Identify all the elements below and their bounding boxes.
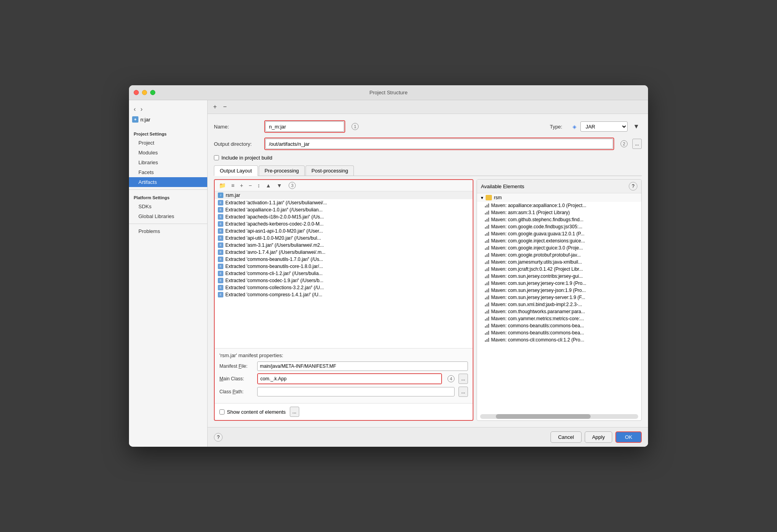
right-list-item[interactable]: Maven: com.github.stephenc.findbugs:find… <box>477 216 641 223</box>
right-item-label-19: Maven: commons-cli:commons-cli:1.2 (Pro.… <box>491 337 584 343</box>
artifact-tree-label: n:jar <box>140 117 150 123</box>
show-content-checkbox[interactable] <box>219 409 225 415</box>
include-build-checkbox[interactable] <box>214 155 219 160</box>
maven-icon-4 <box>485 232 489 236</box>
list-item[interactable]: E Extracted 'aopalliance-1.0.jar/' (/Use… <box>215 206 473 213</box>
ok-button[interactable]: OK <box>615 431 642 443</box>
right-list-item[interactable]: Maven: com.sun.jersey:jersey-core:1.9 (P… <box>477 280 641 287</box>
tabs-row: Output Layout Pre-processing Post-proces… <box>214 165 642 176</box>
tab-pre-processing[interactable]: Pre-processing <box>259 165 305 176</box>
list-item[interactable]: E Extracted 'apacheds-kerberos-codec-2.0… <box>215 220 473 227</box>
right-list-item[interactable]: Maven: com.google.code.findbugs:jsr305:.… <box>477 223 641 230</box>
list-item[interactable]: E Extracted 'commons-collections-3.2.2.j… <box>215 284 473 291</box>
right-list-item[interactable]: Maven: com.sun.jersey:jersey-json:1.9 (P… <box>477 287 641 294</box>
list-item[interactable]: E Extracted 'api-util-1.0.0-M20.jar/' (/… <box>215 235 473 242</box>
folder-icon-button[interactable]: 📁 <box>217 182 228 189</box>
sidebar-item-modules[interactable]: Modules <box>129 148 207 158</box>
artifact-root-item[interactable]: J rsm.jar <box>215 191 473 199</box>
step-badge-3: 3 <box>289 182 296 189</box>
right-list-item[interactable]: Maven: com.google.inject.extensions:guic… <box>477 237 641 244</box>
maximize-button[interactable] <box>150 90 155 95</box>
sidebar-item-project[interactable]: Project <box>129 138 207 148</box>
list-item[interactable]: E Extracted 'commons-beanutils-1.7.0.jar… <box>215 256 473 263</box>
remove-item-button[interactable]: − <box>247 182 254 189</box>
list-item[interactable]: E Extracted 'activation-1.1.jar/' (/User… <box>215 199 473 206</box>
right-list-item[interactable]: Maven: com.sun.jersey:jersey-server:1.9 … <box>477 294 641 301</box>
tab-post-processing[interactable]: Post-processing <box>306 165 354 176</box>
extracted-item-12: Extracted 'commons-collections-3.2.2.jar… <box>225 285 324 290</box>
right-list-item[interactable]: Maven: com.jamesmurty.utils:java-xmlbuil… <box>477 259 641 266</box>
output-dir-browse-button[interactable]: ... <box>632 139 642 149</box>
main-class-input[interactable] <box>258 374 441 383</box>
right-list-item[interactable]: Maven: com.sun.xml.bind:jaxb-impl:2.2.3-… <box>477 301 641 308</box>
remove-artifact-button[interactable]: − <box>221 103 229 111</box>
right-list-item[interactable]: Maven: com.google.inject:guice:3.0 (Proj… <box>477 244 641 251</box>
sidebar-item-artifacts[interactable]: Artifacts <box>129 177 207 187</box>
right-list-item[interactable]: Maven: com.google.protobuf:protobuf-jav.… <box>477 251 641 259</box>
artifact-tree-item[interactable]: ◈ n:jar <box>129 115 207 124</box>
right-list-item[interactable]: Maven: com.sun.jersey.contribs:jersey-gu… <box>477 273 641 280</box>
maven-icon-6 <box>485 246 489 250</box>
list-item[interactable]: E Extracted 'api-asn1-api-1.0.0-M20.jar/… <box>215 227 473 235</box>
sort-button[interactable]: ↕ <box>256 182 262 189</box>
root-jar-icon: J <box>218 193 223 198</box>
list-item[interactable]: E Extracted 'commons-codec-1.9.jar/' (/U… <box>215 277 473 284</box>
move-up-button[interactable]: ▲ <box>264 182 273 189</box>
maven-icon-14 <box>485 303 489 306</box>
sidebar-item-libraries[interactable]: Libraries <box>129 158 207 167</box>
manifest-section: 'rsm.jar' manifest properties: Manifest … <box>215 348 473 403</box>
manifest-file-input[interactable] <box>257 361 468 371</box>
rsm-section-header[interactable]: ▼ rsm <box>477 193 641 202</box>
add-item-button[interactable]: + <box>238 182 245 189</box>
class-path-input[interactable] <box>257 387 455 396</box>
sidebar-item-sdks[interactable]: SDKs <box>129 202 207 211</box>
extracted-item-8: Extracted 'commons-beanutils-1.7.0.jar/'… <box>225 257 323 262</box>
list-item[interactable]: E Extracted 'commons-cli-1.2.jar/' (/Use… <box>215 270 473 277</box>
sidebar-item-global-libraries[interactable]: Global Libraries <box>129 211 207 221</box>
back-button[interactable]: ‹ <box>132 105 137 114</box>
class-path-browse-button[interactable]: ... <box>458 387 468 397</box>
list-item[interactable]: E Extracted 'asm-3.1.jar/' (/Users/bulia… <box>215 242 473 249</box>
right-list-item[interactable]: Maven: com.thoughtworks.paranamer:para..… <box>477 308 641 315</box>
bottom-bar: ? Cancel Apply OK <box>208 427 648 447</box>
right-list-item[interactable]: Maven: asm:asm:3.1 (Project Library) <box>477 209 641 216</box>
tab-output-layout[interactable]: Output Layout <box>214 165 258 176</box>
list-item[interactable]: E Extracted 'commons-compress-1.4.1.jar/… <box>215 291 473 298</box>
move-down-button[interactable]: ▼ <box>274 182 284 189</box>
extract-icon-10: E <box>218 271 223 276</box>
list-item[interactable]: E Extracted 'apacheds-i18n-2.0.0-M15.jar… <box>215 213 473 220</box>
show-content-button[interactable]: ... <box>290 407 299 417</box>
maven-icon-0 <box>485 204 489 207</box>
right-list-item[interactable]: Maven: com.yammer.metrics:metrics-core:.… <box>477 315 641 322</box>
scrollbar-thumb[interactable] <box>496 414 591 419</box>
list-item[interactable]: E Extracted 'commons-beanutils-core-1.8.… <box>215 263 473 270</box>
right-list-item[interactable]: Maven: commons-cli:commons-cli:1.2 (Pro.… <box>477 336 641 343</box>
right-list-item[interactable]: Maven: commons-beanutils:commons-bea... <box>477 322 641 329</box>
manifest-file-row: Manifest File: <box>219 361 468 371</box>
sidebar-item-facets[interactable]: Facets <box>129 167 207 177</box>
apply-button[interactable]: Apply <box>585 431 613 443</box>
right-list-item[interactable]: Maven: commons-beanutils:commons-bea... <box>477 329 641 336</box>
right-panel-scrollbar[interactable] <box>480 414 638 419</box>
sidebar-item-problems[interactable]: Problems <box>129 226 207 236</box>
add-artifact-button[interactable]: + <box>211 103 219 111</box>
right-list-item[interactable]: Maven: com.google.guava:guava:12.0.1 (P.… <box>477 230 641 237</box>
help-button[interactable]: ? <box>214 433 223 442</box>
cancel-button[interactable]: Cancel <box>551 431 581 443</box>
right-item-label-7: Maven: com.google.protobuf:protobuf-jav.… <box>491 252 581 258</box>
list-item[interactable]: E Extracted 'avro-1.7.4.jar/' (/Users/bu… <box>215 249 473 256</box>
close-button[interactable] <box>134 90 139 95</box>
available-elements-help-button[interactable]: ? <box>629 182 637 191</box>
maven-icon-18 <box>485 331 489 335</box>
output-dir-input[interactable] <box>265 139 613 149</box>
minimize-button[interactable] <box>142 90 147 95</box>
type-select[interactable]: JAR <box>580 121 628 132</box>
extract-icon-13: E <box>218 292 223 297</box>
right-list-item[interactable]: Maven: com.jcraft:jsch:0.1.42 (Project L… <box>477 266 641 273</box>
name-input[interactable] <box>265 121 344 132</box>
forward-button[interactable]: › <box>139 105 144 114</box>
main-class-browse-button[interactable]: ... <box>458 374 468 384</box>
type-dropdown-button[interactable]: ▼ <box>631 122 642 131</box>
right-list-item[interactable]: Maven: aopalliance:aopalliance:1.0 (Proj… <box>477 202 641 209</box>
list-icon-button[interactable]: ≡ <box>229 182 236 189</box>
